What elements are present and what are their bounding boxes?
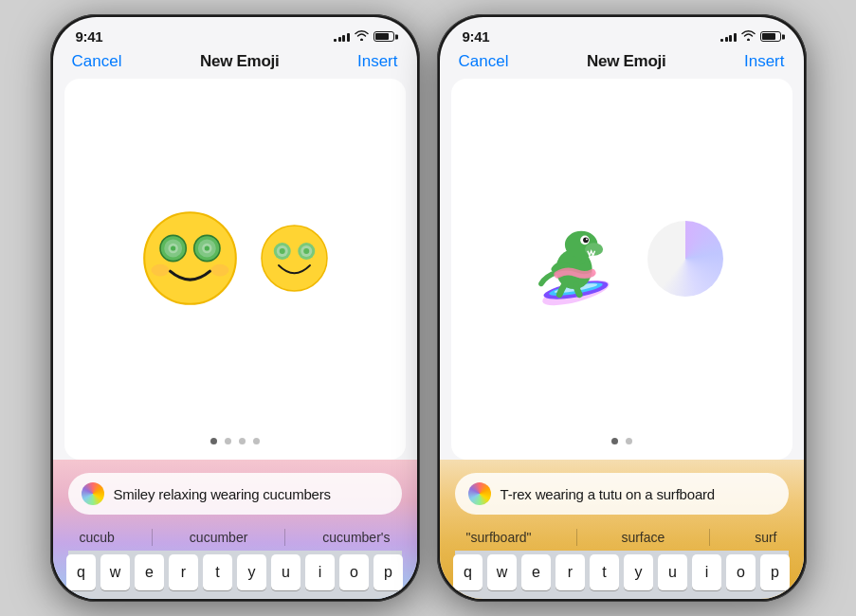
key-e-left[interactable]: e xyxy=(135,554,164,590)
dot-1-right xyxy=(611,438,618,444)
dot-4 xyxy=(253,438,260,444)
nav-bar-right: Cancel New Emoji Insert xyxy=(440,48,804,79)
suggestion-3-right[interactable]: surf xyxy=(747,528,784,547)
key-p-left[interactable]: p xyxy=(373,554,403,590)
signal-icon-right xyxy=(720,31,737,42)
suggestion-1-right[interactable]: "surfboard" xyxy=(459,528,539,547)
emoji-item-2[interactable] xyxy=(259,223,330,294)
key-o-right[interactable]: o xyxy=(726,554,756,590)
bottom-section-right: T-rex wearing a tutu on a surfboard "sur… xyxy=(440,460,804,599)
suggestion-2-right[interactable]: surface xyxy=(613,528,672,547)
svg-point-13 xyxy=(210,264,228,277)
key-o-left[interactable]: o xyxy=(339,554,369,590)
key-t-right[interactable]: t xyxy=(590,554,619,590)
pagination-dots-left xyxy=(210,438,260,460)
cancel-button-right[interactable]: Cancel xyxy=(459,52,509,71)
key-w-left[interactable]: w xyxy=(100,554,130,590)
key-y-right[interactable]: y xyxy=(624,554,653,590)
key-u-left[interactable]: u xyxy=(271,554,301,590)
status-time-right: 9:41 xyxy=(463,28,490,45)
svg-point-6 xyxy=(171,245,175,250)
dot-2 xyxy=(225,438,231,444)
keyboard-right: q w e r t y u i o p xyxy=(455,551,789,599)
keyboard-left: q w e r t y u i o p xyxy=(68,551,402,599)
phone-right: 9:41 xyxy=(437,14,807,602)
ai-icon-right xyxy=(468,482,491,505)
key-r-left[interactable]: r xyxy=(169,554,198,590)
dot-3 xyxy=(239,438,246,444)
signal-icon-left xyxy=(334,31,350,42)
emoji-display-right xyxy=(501,79,742,438)
emoji-item-1[interactable] xyxy=(140,208,240,308)
divider-1-left xyxy=(152,529,153,546)
search-field-right[interactable]: T-rex wearing a tutu on a surfboard xyxy=(455,473,789,515)
nav-bar-left: Cancel New Emoji Insert xyxy=(53,48,417,79)
keyboard-row-1-right: q w e r t y u i o p xyxy=(459,554,785,590)
key-y-left[interactable]: y xyxy=(237,554,266,590)
emoji-display-left xyxy=(121,79,349,438)
keyboard-row-1-left: q w e r t y u i o p xyxy=(72,554,398,590)
wifi-icon-right xyxy=(741,30,756,44)
emoji-card-right xyxy=(451,79,792,460)
key-u-right[interactable]: u xyxy=(658,554,687,590)
status-time-left: 9:41 xyxy=(76,28,103,45)
insert-button-right[interactable]: Insert xyxy=(744,52,785,71)
key-p-right[interactable]: p xyxy=(760,554,790,590)
key-w-right[interactable]: w xyxy=(487,554,517,590)
cancel-button-left[interactable]: Cancel xyxy=(72,52,122,71)
status-icons-left xyxy=(334,30,394,44)
pagination-dots-right xyxy=(611,438,632,460)
dot-2-right xyxy=(626,438,632,444)
status-bar-right: 9:41 xyxy=(440,17,804,48)
svg-point-11 xyxy=(204,245,209,250)
svg-point-18 xyxy=(279,248,284,254)
divider-2-right xyxy=(709,529,710,546)
status-icons-right xyxy=(720,30,781,44)
key-q-left[interactable]: q xyxy=(66,554,96,590)
nav-title-right: New Emoji xyxy=(587,52,665,71)
key-q-right[interactable]: q xyxy=(453,554,483,590)
phone-left: 9:41 xyxy=(50,14,420,602)
key-i-left[interactable]: i xyxy=(305,554,335,590)
emoji-card-left xyxy=(64,79,406,460)
key-t-left[interactable]: t xyxy=(203,554,232,590)
battery-icon-right xyxy=(760,31,781,42)
svg-point-30 xyxy=(583,237,589,243)
divider-2-left xyxy=(284,529,285,546)
loading-circle-right xyxy=(647,221,723,297)
svg-point-21 xyxy=(303,248,309,254)
suggestions-right: "surfboard" surface surf xyxy=(455,524,789,551)
suggestion-2-left[interactable]: cucumber xyxy=(182,528,255,547)
battery-icon-left xyxy=(373,31,394,42)
key-r-right[interactable]: r xyxy=(555,554,585,590)
search-field-left[interactable]: Smiley relaxing wearing cucumbers xyxy=(68,473,402,515)
search-text-right: T-rex wearing a tutu on a surfboard xyxy=(501,486,715,502)
search-text-left: Smiley relaxing wearing cucumbers xyxy=(114,486,331,502)
key-i-right[interactable]: i xyxy=(692,554,721,590)
status-bar-left: 9:41 xyxy=(53,17,417,48)
insert-button-left[interactable]: Insert xyxy=(357,52,398,71)
key-e-right[interactable]: e xyxy=(521,554,551,590)
suggestions-left: cucub cucumber cucumber's xyxy=(68,524,402,551)
trex-emoji-item[interactable] xyxy=(519,204,628,313)
svg-point-31 xyxy=(586,238,588,240)
dot-1 xyxy=(210,438,217,444)
wifi-icon-left xyxy=(355,30,369,44)
nav-title-left: New Emoji xyxy=(200,52,279,71)
suggestion-1-left[interactable]: cucub xyxy=(72,528,122,547)
ai-icon-left xyxy=(82,482,104,505)
bottom-section-left: Smiley relaxing wearing cucumbers cucub … xyxy=(53,460,417,599)
svg-point-12 xyxy=(151,264,169,277)
divider-1-right xyxy=(576,529,577,546)
suggestion-3-left[interactable]: cucumber's xyxy=(315,528,397,547)
